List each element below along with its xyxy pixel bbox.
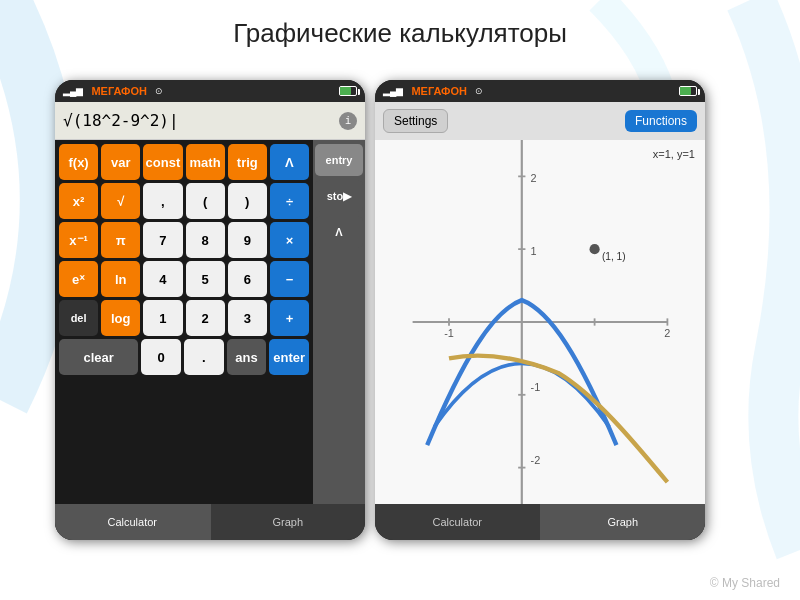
btn-plus[interactable]: + [270,300,309,336]
svg-text:2: 2 [664,327,670,339]
btn-sto[interactable]: sto▶ [315,180,363,212]
btn-5[interactable]: 5 [186,261,225,297]
functions-button[interactable]: Functions [625,110,697,132]
wifi-icon-1: ⊙ [155,86,163,96]
btn-9[interactable]: 9 [228,222,267,258]
calc-row-4: eˣ ln 4 5 6 − [59,261,309,297]
btn-lambda[interactable]: Λ [270,144,309,180]
btn-4[interactable]: 4 [143,261,182,297]
btn-lambda-right[interactable]: Λ [315,216,363,248]
btn-const[interactable]: const [143,144,182,180]
btn-clear[interactable]: clear [59,339,138,375]
btn-pi[interactable]: π [101,222,140,258]
calc-row-6: clear 0 . ans enter [59,339,309,375]
btn-enter[interactable]: enter [269,339,309,375]
phone2-graph: ▂▄▆ МЕГАФОН ⊙ Settings Functions x=1, y=… [375,80,705,540]
phone1-tab-bar: Calculator Graph [55,504,365,540]
info-icon[interactable]: i [339,112,357,130]
btn-x2[interactable]: x² [59,183,98,219]
btn-ln[interactable]: ln [101,261,140,297]
signal-icon: ▂▄▆ [63,86,83,96]
btn-lparen[interactable]: ( [186,183,225,219]
signal-icon-2: ▂▄▆ [383,86,403,96]
phone2-status-bar: ▂▄▆ МЕГАФОН ⊙ [375,80,705,102]
btn-log[interactable]: log [101,300,140,336]
calc-buttons-area: f(x) var const math trig Λ x² √ , ( ) ÷ [55,140,313,504]
btn-xinv[interactable]: x⁻¹ [59,222,98,258]
svg-text:-1: -1 [531,381,541,393]
calc-expression: √(18^2-9^2)| [63,111,339,130]
wifi-icon-2: ⊙ [475,86,483,96]
calc-row-3: x⁻¹ π 7 8 9 × [59,222,309,258]
svg-text:1: 1 [531,245,537,257]
calc-row-5: del log 1 2 3 + [59,300,309,336]
btn-math[interactable]: math [186,144,225,180]
btn-0[interactable]: 0 [141,339,181,375]
phone2-tab-bar: Calculator Graph [375,504,705,540]
battery-icon-2 [679,86,697,96]
tab-graph-2[interactable]: Graph [541,504,706,540]
btn-dot[interactable]: . [184,339,224,375]
btn-sqrt[interactable]: √ [101,183,140,219]
phones-container: ▂▄▆ МЕГАФОН ⊙ √(18^2-9^2)| i f(x) var co… [55,80,705,540]
svg-text:(1, 1): (1, 1) [602,251,626,262]
btn-var[interactable]: var [101,144,140,180]
svg-point-15 [590,244,600,254]
btn-ans[interactable]: ans [227,339,267,375]
btn-del[interactable]: del [59,300,98,336]
btn-trig[interactable]: trig [228,144,267,180]
btn-6[interactable]: 6 [228,261,267,297]
calc-main-area: f(x) var const math trig Λ x² √ , ( ) ÷ [55,140,365,504]
calc-row-1: f(x) var const math trig Λ [59,144,309,180]
btn-7[interactable]: 7 [143,222,182,258]
megafon-brand-1: МЕГАФОН [91,85,147,97]
calc-row-2: x² √ , ( ) ÷ [59,183,309,219]
svg-text:-1: -1 [444,327,454,339]
phone1-calculator: ▂▄▆ МЕГАФОН ⊙ √(18^2-9^2)| i f(x) var co… [55,80,365,540]
svg-text:-2: -2 [531,454,541,466]
btn-fx[interactable]: f(x) [59,144,98,180]
graph-area: x=1, y=1 -1 2 2 1 -1 -2 [375,140,705,504]
settings-button[interactable]: Settings [383,109,448,133]
battery-icon-1 [339,86,357,96]
btn-rparen[interactable]: ) [228,183,267,219]
btn-ex[interactable]: eˣ [59,261,98,297]
tab-calculator-1[interactable]: Calculator [55,504,211,540]
graph-svg: -1 2 2 1 -1 -2 (1, 1) [375,140,705,504]
tab-graph-1[interactable]: Graph [211,504,366,540]
calc-display: √(18^2-9^2)| i [55,102,365,140]
btn-comma[interactable]: , [143,183,182,219]
btn-8[interactable]: 8 [186,222,225,258]
btn-divide[interactable]: ÷ [270,183,309,219]
watermark: © My Shared [710,576,780,590]
calc-right-panel: entry sto▶ Λ [313,140,365,504]
graph-toolbar: Settings Functions [375,102,705,140]
btn-3[interactable]: 3 [228,300,267,336]
btn-multiply[interactable]: × [270,222,309,258]
btn-entry[interactable]: entry [315,144,363,176]
btn-minus[interactable]: − [270,261,309,297]
phone1-status-bar: ▂▄▆ МЕГАФОН ⊙ [55,80,365,102]
page-title: Графические калькуляторы [0,18,800,49]
btn-2[interactable]: 2 [186,300,225,336]
tab-calculator-2[interactable]: Calculator [375,504,541,540]
btn-1[interactable]: 1 [143,300,182,336]
megafon-brand-2: МЕГАФОН [411,85,467,97]
svg-text:2: 2 [531,172,537,184]
